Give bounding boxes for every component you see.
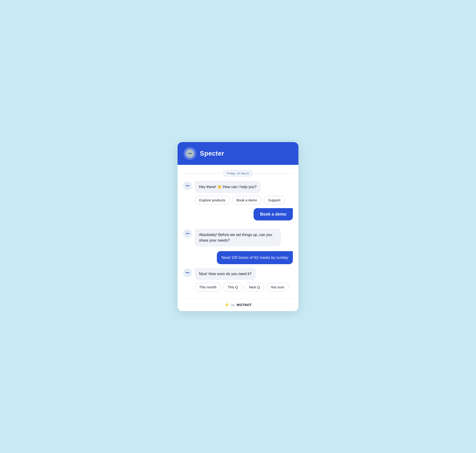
bot-bubble-3: Nice! How soon do you need it?: [195, 268, 256, 280]
chat-title: Specter: [200, 150, 224, 157]
bot-avatar-1: [183, 181, 192, 190]
bot-avatar-2: [183, 229, 192, 238]
bot-message-text-1: Hey there! 👋 How can I help you?: [199, 185, 257, 189]
bot-avatar-dash-icon-3: [186, 272, 189, 273]
footer-by-text: by: [231, 303, 235, 307]
bot-message-row-1: Hey there! 👋 How can I help you?: [183, 181, 293, 193]
bot-avatar-dash-icon-2: [186, 233, 189, 234]
user-message-row-masks: Need 100 boxes of N2 masks by sunday: [183, 251, 293, 264]
bot-bubble-1: Hey there! 👋 How can I help you?: [195, 181, 261, 193]
user-selected-book-demo: Book a demo: [254, 208, 293, 220]
bot-bubble-2: Absolutely! Before we set things up, can…: [195, 229, 281, 247]
date-badge: Friday, 15 March: [223, 170, 253, 176]
user-message-row-selected: Book a demo: [183, 208, 293, 225]
quick-replies-2: This month This Q Next Q Not sure: [183, 283, 293, 291]
bot-message-row-3: Nice! How soon do you need it?: [183, 268, 293, 280]
chat-widget: Specter Friday, 15 March Hey there! 👋 Ho…: [178, 142, 298, 311]
bot-message-text-2: Absolutely! Before we set things up, can…: [199, 233, 272, 242]
date-line-right: [255, 173, 293, 173]
quick-reply-support[interactable]: Support: [264, 196, 285, 205]
bot-message-row-2: Absolutely! Before we set things up, can…: [183, 229, 293, 247]
avatar-dash-icon: [188, 153, 192, 154]
chat-body: Friday, 15 March Hey there! 👋 How can I …: [178, 165, 298, 299]
bot-avatar-dash-icon-1: [186, 185, 189, 186]
chat-footer: ⚡ by WOTNOT: [178, 299, 298, 311]
date-line-left: [183, 173, 221, 173]
quick-reply-this-q[interactable]: This Q: [223, 283, 242, 291]
footer-brand-name: WOTNOT: [237, 303, 252, 307]
bot-avatar-3: [183, 268, 192, 277]
quick-reply-this-month[interactable]: This month: [195, 283, 221, 291]
quick-reply-explore-products[interactable]: Explore products: [195, 196, 230, 205]
date-divider: Friday, 15 March: [183, 170, 293, 176]
quick-replies-1: Explore products Book a demo Support: [183, 196, 293, 205]
bolt-icon: ⚡: [224, 302, 229, 307]
quick-reply-next-q[interactable]: Next Q: [245, 283, 264, 291]
user-bubble-masks: Need 100 boxes of N2 masks by sunday: [217, 251, 293, 264]
chat-header: Specter: [178, 142, 298, 165]
quick-reply-book-demo-1[interactable]: Book a demo: [232, 196, 261, 205]
header-avatar: [184, 147, 196, 160]
quick-reply-not-sure[interactable]: Not sure: [266, 283, 289, 291]
avatar-inner: [186, 149, 194, 158]
bot-message-text-3: Nice! How soon do you need it?: [199, 272, 252, 276]
